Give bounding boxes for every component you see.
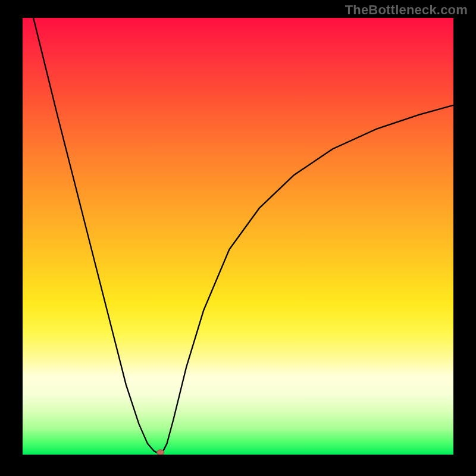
curve-svg bbox=[23, 18, 453, 455]
watermark-text: TheBottleneck.com bbox=[345, 2, 468, 18]
bottleneck-curve bbox=[23, 18, 453, 453]
minimum-marker bbox=[157, 450, 164, 455]
plot-area bbox=[23, 18, 453, 455]
chart-frame: TheBottleneck.com bbox=[0, 0, 476, 476]
